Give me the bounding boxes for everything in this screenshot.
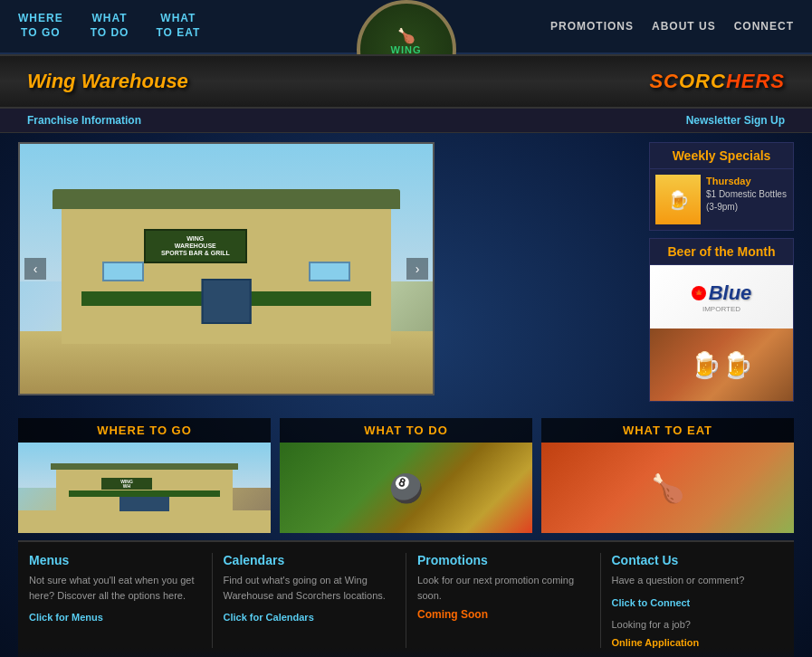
footer-promotions-title: Promotions bbox=[417, 553, 589, 567]
nav-left-group: WHERE TO GO WHAT TO DO WHAT TO EAT bbox=[18, 12, 200, 40]
calendars-link[interactable]: Click for Calendars bbox=[224, 612, 314, 623]
top-navigation: WHERE TO GO WHAT TO DO WHAT TO EAT 🍗 WIN… bbox=[0, 0, 812, 54]
slideshow-prev-button[interactable]: ‹ bbox=[24, 258, 46, 280]
mini-building: WINGWH bbox=[18, 443, 271, 533]
building-sign-text: WING WAREHOUSE SPORTS BAR & GRILL bbox=[161, 235, 230, 258]
footer-contact: Contact Us Have a question or comment? C… bbox=[601, 553, 795, 648]
footer-contact-title: Contact Us bbox=[612, 553, 784, 567]
page-bottom bbox=[18, 648, 794, 657]
contact-connect-link[interactable]: Click to Connect bbox=[612, 597, 691, 608]
footer-job-text: Looking for a job? bbox=[612, 617, 784, 633]
footer-promotions: Promotions Look for our next promotion c… bbox=[406, 553, 601, 648]
footer-menus-text: Not sure what you'll eat when you get he… bbox=[29, 573, 201, 603]
nav-about-us[interactable]: ABOUT US bbox=[652, 20, 716, 33]
footer-calendars-title: Calendars bbox=[224, 553, 396, 567]
nav-promotions[interactable]: PROMOTIONS bbox=[550, 20, 634, 33]
weekly-specials-section: Weekly Specials 🍺 Thursday $1 Domestic B… bbox=[649, 142, 794, 231]
tile-what-to-do-title: WHAT TO DO bbox=[280, 418, 532, 443]
tile-what-to-eat-image: 🍗 bbox=[541, 443, 794, 533]
slideshow-next-button[interactable]: › bbox=[406, 258, 428, 280]
building-window-right bbox=[309, 262, 350, 281]
menus-link[interactable]: Click for Menus bbox=[29, 612, 103, 623]
footer-menus-title: Menus bbox=[29, 553, 201, 567]
franchise-info-link[interactable]: Franchise Information bbox=[27, 114, 141, 127]
main-slideshow-image: WING WAREHOUSE SPORTS BAR & GRILL ‹ › bbox=[18, 142, 435, 395]
tile-what-to-do[interactable]: WHAT TO DO 🎱 bbox=[280, 418, 532, 533]
tile-where-to-go[interactable]: WHERE TO GO WINGWH bbox=[18, 418, 271, 533]
nav-what-to-eat[interactable]: WHAT TO EAT bbox=[156, 12, 200, 40]
footer-promotions-text: Look for our next promotion coming soon. bbox=[417, 573, 589, 603]
main-content: WING WAREHOUSE SPORTS BAR & GRILL ‹ › We… bbox=[0, 133, 812, 411]
beer-month-section: Beer of the Month 🍁 Blue IMPORTED 🍺🍺 bbox=[649, 238, 794, 402]
header-banner: Wing Warehouse SCORCHERS bbox=[0, 54, 812, 109]
footer-contact-text: Have a question or comment? bbox=[612, 573, 784, 588]
weekly-specials-content: 🍺 Thursday $1 Domestic Bottles (3-9pm) bbox=[650, 169, 793, 230]
tile-what-to-eat[interactable]: WHAT TO EAT 🍗 bbox=[541, 418, 794, 533]
tile-what-to-eat-title: WHAT TO EAT bbox=[541, 418, 794, 443]
newsletter-link[interactable]: Newsletter Sign Up bbox=[686, 114, 785, 127]
sidebar: Weekly Specials 🍺 Thursday $1 Domestic B… bbox=[649, 142, 794, 402]
site-title: Wing Warehouse bbox=[27, 70, 188, 93]
nav-where-to-go[interactable]: WHERE TO GO bbox=[18, 12, 63, 40]
blue-beer-logo: Blue bbox=[709, 281, 752, 305]
coming-soon-text: Coming Soon bbox=[417, 608, 589, 621]
building-roof bbox=[53, 189, 399, 209]
building-window-left bbox=[102, 262, 144, 281]
weekly-specials-text: Thursday $1 Domestic Bottles (3-9pm) bbox=[706, 175, 788, 224]
weekly-specials-title: Weekly Specials bbox=[650, 143, 793, 169]
tile-what-to-do-image: 🎱 bbox=[280, 443, 532, 533]
nav-what-to-do[interactable]: WHAT TO DO bbox=[91, 12, 129, 40]
beer-glasses-image: 🍺🍺 bbox=[650, 328, 793, 401]
nav-connect[interactable]: CONNECT bbox=[734, 20, 794, 33]
bottom-tiles: WHERE TO GO WINGWH WHAT TO DO 🎱 WHAT TO bbox=[0, 411, 812, 540]
nav-right-group: PROMOTIONS ABOUT US CONNECT bbox=[550, 20, 794, 33]
tile-where-to-go-image: WINGWH bbox=[18, 443, 271, 533]
weekly-specials-image: 🍺 bbox=[655, 175, 701, 224]
slideshow-area: WING WAREHOUSE SPORTS BAR & GRILL ‹ › bbox=[18, 142, 640, 402]
online-application-link[interactable]: Online Application bbox=[612, 637, 784, 648]
scorchers-logo: SCORCHERS bbox=[649, 70, 785, 93]
footer-calendars-text: Find out what's going on at Wing Warehou… bbox=[224, 573, 396, 603]
footer-links: Menus Not sure what you'll eat when you … bbox=[18, 540, 794, 648]
footer-menus: Menus Not sure what you'll eat when you … bbox=[18, 553, 213, 648]
beer-month-image: 🍁 Blue IMPORTED bbox=[650, 265, 793, 328]
building-sign: WING WAREHOUSE SPORTS BAR & GRILL bbox=[144, 229, 247, 264]
weekly-day: Thursday bbox=[706, 175, 788, 188]
sub-navigation: Franchise Information Newsletter Sign Up bbox=[0, 109, 812, 133]
building-door bbox=[202, 279, 252, 324]
tile-where-to-go-title: WHERE TO GO bbox=[18, 418, 271, 443]
footer-calendars: Calendars Find out what's going on at Wi… bbox=[213, 553, 407, 648]
beer-month-title: Beer of the Month bbox=[650, 239, 793, 265]
